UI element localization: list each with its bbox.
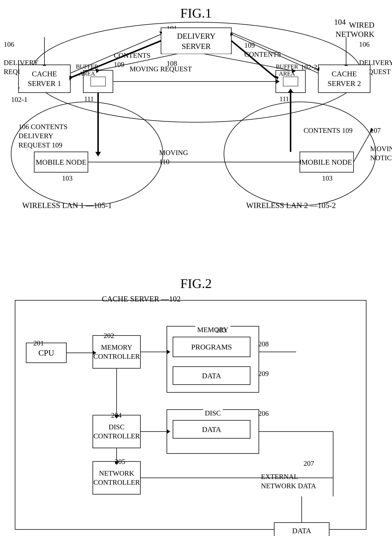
data-memory-ref: 209 [258,370,269,378]
cache-server-label: CACHE SERVER —102 [102,294,181,303]
ref-102-1: 102-1 [11,95,28,104]
memory-controller-box: MEMORY CONTROLLER [93,335,141,369]
ref-111-right: 111 [280,95,289,103]
buffer-area1-label: BUFFERAREA [76,63,98,77]
ref-107: 107MOVINGNOTICE [370,126,392,163]
wired-network-ref: 104 [334,18,346,27]
svg-point-1 [11,102,163,206]
data-memory-box: DATA [173,366,250,385]
disc-controller-box: DISC CONTROLLER [93,415,141,448]
ref-102-2: 102-2 [301,63,317,71]
svg-rect-7 [91,77,106,86]
memory-controller-ref: 202 [104,332,114,340]
cpu-ref: 201 [33,339,44,347]
cache-server1-box: CACHE SERVER 1 [19,66,69,92]
programs-ref: 208 [258,340,269,348]
ref-109-left-bottom: 106 CONTENTSDELIVERYREQUEST 109 [19,122,68,150]
external-network-data-ref: 207 [303,459,314,467]
ref-110: MOVING110 [159,148,188,166]
svg-line-38 [354,130,372,162]
ref-109-right-bottom: CONTENTS 109 [303,126,353,135]
mobile-node2-box: MOBILE NODE [301,153,353,171]
cache-server2-box: CACHE SERVER 2 [319,66,369,92]
ref-108-num: 108 [167,59,177,67]
svg-point-2 [224,102,376,206]
buffer-area2-label: BUFFERAREA [276,63,298,77]
ref-111-left: 111 [84,95,94,103]
fig1-title: FIG.1 [0,5,392,21]
network-controller-ref: 205 [115,457,125,466]
programs-box: PROGRAMS [173,337,250,357]
ref-109-left-contents: CONTENTS109 [114,51,150,69]
disc-label: DISC [203,409,223,417]
mobile-node1-box: MOBILE NODE [35,153,87,171]
cpu-box: CPU [26,343,67,363]
disc-controller-ref: 204 [111,411,121,419]
ref-103-2: 103 [322,174,333,182]
ref-105-1: WIRELESS LAN 1 —105-1 [22,201,112,210]
memory-outer-box: MEMORY PROGRAMS DATA [167,326,259,393]
memory-ref: 203 [216,326,226,334]
svg-rect-9 [283,77,298,86]
fig1-section: FIG.1 WIRED NETWORK 104 [0,0,392,269]
fig2-section: FIG.2 CACHE SERVER —102 CPU 201 MEMORY C… [0,274,392,536]
ref-109-right-contents: 109CONTENTS [244,41,281,59]
disc-ref: 206 [258,409,269,417]
svg-marker-23 [288,89,293,93]
network-controller-box: NETWORK CONTROLLER [93,461,141,494]
delivery-server-box: DELIVERY SERVER [162,29,230,54]
fig2-title: FIG.2 [0,276,392,291]
svg-marker-21 [95,152,101,157]
data-disc-box: DATA [173,420,250,439]
svg-marker-33 [276,79,280,84]
ref-105-2: WIRELESS LAN 2 —105-2 [246,201,336,210]
external-data-box: DATA [274,522,329,536]
ref-103-1: 103 [62,174,73,182]
disc-outer-box: DISC DATA [167,409,259,454]
